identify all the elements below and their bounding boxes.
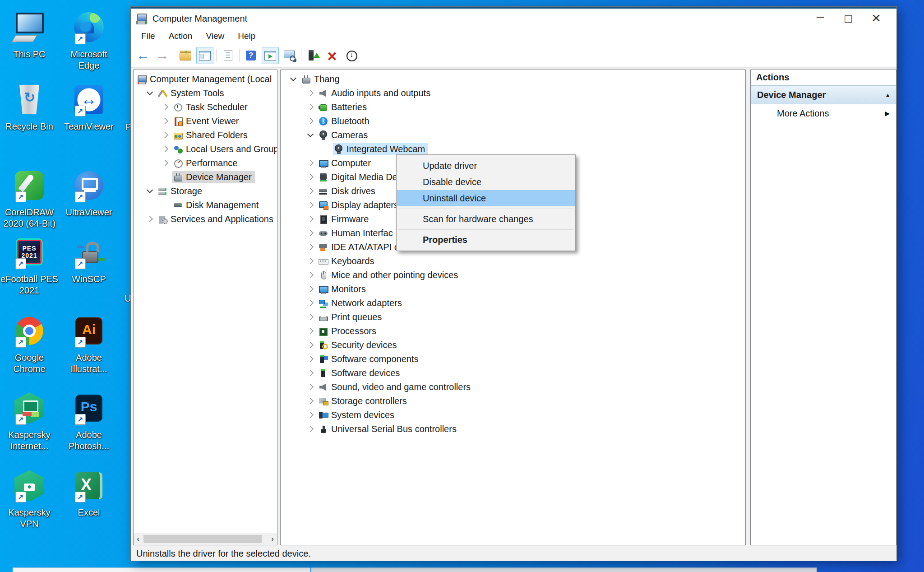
tree-item-body[interactable]: Computer Management (Local — [136, 73, 275, 85]
tree-chevron-icon[interactable] — [319, 142, 333, 156]
device-item-body[interactable]: System devices — [318, 409, 397, 421]
tree-chevron-icon[interactable] — [159, 128, 172, 142]
tree-chevron-icon[interactable] — [304, 170, 318, 184]
tree-chevron-icon[interactable] — [304, 366, 318, 380]
context-menu-item[interactable]: Update driver — [397, 158, 575, 174]
tree-item[interactable]: Services and Applications — [134, 212, 277, 226]
arrow-right-icon[interactable]: ▶ — [885, 110, 890, 117]
horizontal-scrollbar[interactable]: ‹ › — [134, 533, 277, 545]
device-tree-item[interactable]: Software components — [281, 352, 745, 366]
menu-item[interactable]: View — [199, 29, 231, 43]
toolbar-button[interactable] — [177, 47, 194, 64]
device-item-body[interactable]: Mice and other pointing devices — [318, 269, 461, 281]
device-item-body[interactable]: Universal Serial Bus controllers — [318, 423, 460, 435]
tree-item[interactable]: Local Users and Groups — [134, 142, 277, 156]
device-tree-item[interactable]: Storage controllers — [281, 394, 745, 408]
title-bar[interactable]: Computer Management — [131, 9, 896, 28]
device-item-body[interactable]: Cameras — [318, 129, 371, 141]
tree-chevron-icon[interactable] — [304, 212, 318, 226]
device-tree-item[interactable]: Keyboards — [281, 254, 745, 268]
tree-chevron-icon[interactable] — [304, 156, 318, 170]
device-tree-item[interactable]: Cameras — [281, 128, 745, 142]
context-menu-item[interactable]: Disable device — [397, 174, 575, 190]
toolbar-button[interactable] — [300, 49, 302, 62]
tree-item-body[interactable]: Task Scheduler — [172, 101, 251, 113]
tree-chevron-icon[interactable] — [304, 114, 318, 128]
tree-chevron-icon[interactable] — [159, 170, 172, 184]
window-control-button[interactable] — [806, 9, 834, 28]
desktop-icon[interactable]: ↗ Google Chrome — [1, 313, 58, 375]
device-item-body[interactable]: Security devices — [318, 339, 400, 351]
device-tree-item[interactable]: Thang — [281, 72, 745, 86]
menu-item[interactable]: File — [134, 29, 162, 43]
tree-chevron-icon[interactable] — [143, 212, 157, 226]
context-menu-item[interactable]: Uninstall device — [397, 190, 575, 206]
toolbar-button[interactable] — [242, 47, 259, 64]
tree-chevron-icon[interactable] — [304, 394, 318, 408]
tree-chevron-icon[interactable] — [159, 100, 172, 114]
toolbar-button[interactable] — [173, 49, 175, 62]
device-tree-item[interactable]: Audio inputs and outputs — [281, 86, 745, 100]
desktop-icon[interactable]: ↗ Kaspersky Internet... — [1, 391, 58, 452]
device-item-body[interactable]: Human Interfac — [318, 227, 396, 239]
actions-group-device-manager[interactable]: Device Manager ▲ — [751, 85, 896, 104]
tree-chevron-icon[interactable] — [304, 324, 318, 338]
device-tree-item[interactable]: Print queues — [281, 310, 745, 324]
device-item-body[interactable]: Network adapters — [318, 297, 405, 309]
desktop-icon[interactable]: ↗ WinSCP — [60, 235, 117, 285]
device-item-body[interactable]: Firmware — [318, 213, 372, 225]
tree-item[interactable]: Computer Management (Local — [134, 72, 277, 86]
device-tree-item[interactable]: Bluetooth — [281, 114, 745, 128]
device-item-body[interactable]: Processors — [318, 325, 379, 337]
device-tree-item[interactable]: Mice and other pointing devices — [281, 268, 745, 282]
tree-chevron-icon[interactable] — [304, 254, 318, 268]
desktop-icon[interactable]: ↗ UltraViewer — [60, 168, 117, 218]
desktop-icon[interactable]: ↗ TeamViewer — [60, 82, 117, 132]
context-menu-item[interactable]: Scan for hardware changes — [397, 211, 575, 227]
tree-item[interactable]: Storage — [134, 184, 277, 198]
scrollbar-thumb[interactable] — [143, 535, 262, 543]
device-item-body[interactable]: Batteries — [318, 101, 370, 113]
context-menu-item[interactable] — [397, 206, 575, 211]
toolbar-button[interactable] — [154, 47, 171, 64]
tree-chevron-icon[interactable] — [159, 114, 172, 128]
tree-chevron-icon[interactable] — [304, 380, 318, 394]
tree-item[interactable]: Device Manager — [134, 170, 277, 184]
toolbar-button[interactable] — [216, 49, 217, 62]
tree-chevron-icon[interactable] — [304, 268, 318, 282]
context-menu-item[interactable]: Properties — [397, 232, 575, 248]
toolbar-button[interactable] — [196, 47, 213, 64]
device-item-body[interactable]: IDE ATA/ATAPI c — [318, 241, 402, 253]
toolbar-button[interactable] — [281, 47, 298, 64]
device-item-body[interactable]: Software devices — [318, 367, 403, 379]
tree-item-body[interactable]: System Tools — [157, 87, 227, 99]
device-tree-item[interactable]: Network adapters — [281, 296, 745, 310]
tree-item[interactable]: Disk Management — [134, 198, 277, 212]
device-item-body[interactable]: Storage controllers — [318, 395, 410, 407]
menu-item[interactable]: Action — [162, 29, 199, 43]
device-item-body[interactable]: Computer — [318, 157, 374, 169]
toolbar-button[interactable] — [219, 47, 236, 64]
tree-item[interactable]: Task Scheduler — [134, 100, 277, 114]
desktop-icon[interactable]: ↗ Microsoft Edge — [60, 10, 117, 71]
device-tree-item[interactable]: Monitors — [281, 282, 745, 296]
desktop-icon[interactable]: ↗ This PC — [1, 10, 58, 60]
toolbar-button[interactable] — [262, 47, 279, 64]
menu-item[interactable]: Help — [231, 29, 262, 43]
tree-item-body[interactable]: Device Manager — [172, 171, 255, 183]
tree-item-body[interactable]: Storage — [157, 185, 205, 197]
desktop-icon[interactable]: ↗ Kaspersky VPN — [1, 468, 58, 530]
toolbar-button[interactable] — [343, 47, 360, 64]
toolbar-button[interactable] — [304, 47, 321, 64]
tree-chevron-icon[interactable] — [304, 338, 318, 352]
device-item-body[interactable]: Disk drives — [318, 185, 379, 197]
tree-chevron-icon[interactable] — [304, 408, 318, 422]
tree-item-body[interactable]: Disk Management — [172, 199, 262, 211]
tree-chevron-icon[interactable] — [143, 86, 157, 100]
tree-chevron-icon[interactable] — [287, 72, 300, 86]
device-tree-item[interactable]: Security devices — [281, 338, 745, 352]
more-actions-item[interactable]: More Actions ▶ — [751, 104, 896, 122]
device-item-body[interactable]: Sound, video and game controllers — [318, 381, 474, 393]
tree-item-body[interactable]: Event Viewer — [172, 115, 242, 127]
tree-chevron-icon[interactable] — [304, 422, 318, 436]
